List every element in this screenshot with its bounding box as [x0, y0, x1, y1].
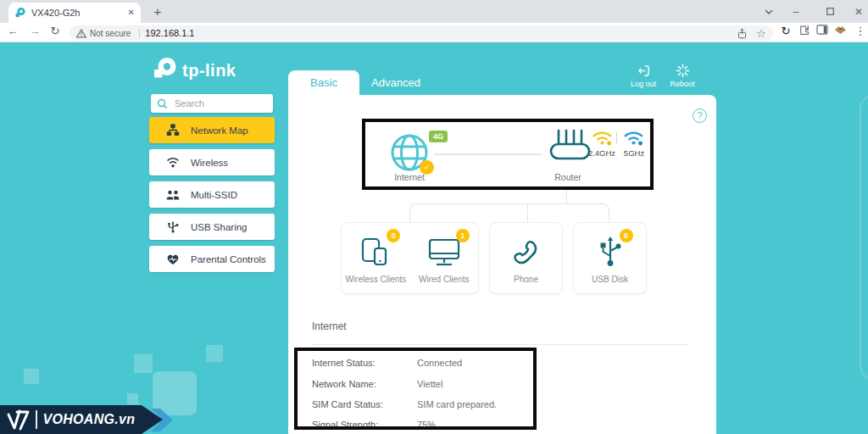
router-node-label: Router [534, 172, 602, 182]
window-close-button[interactable]: ✕ [849, 0, 868, 23]
wired-clients-count-badge: 1 [456, 229, 470, 242]
logout-icon [637, 64, 651, 78]
bookmark-star-icon[interactable]: ☆ [756, 28, 766, 39]
network-map-panel: ? 4G ✓ Internet Router [288, 95, 716, 434]
info-value: SIM card prepared. [417, 399, 497, 409]
sidebar-item-wireless[interactable]: Wireless [149, 149, 275, 175]
browser-tab-strip: VX420-G2h ✕ + – ✕ [0, 0, 868, 23]
search-icon [157, 98, 168, 109]
usb-icon [166, 220, 180, 233]
usb-disk-box[interactable]: 0 USB Disk [573, 222, 647, 294]
sidebar-item-label: Network Map [191, 125, 248, 136]
screen: VX420-G2h ✕ + – ✕ ← → ↻ Not secure 192.1… [0, 0, 868, 434]
sidebar-item-network-map[interactable]: Network Map [149, 117, 275, 143]
new-tab-button[interactable]: + [149, 3, 166, 20]
wifi-2g-icon [591, 129, 614, 147]
help-icon[interactable]: ? [693, 108, 707, 123]
wifi-icon [166, 156, 180, 169]
address-bar[interactable]: Not secure 192.168.1.1 ☆ [70, 25, 773, 41]
wired-clients-label: Wired Clients [419, 275, 469, 284]
network-map-icon [166, 124, 180, 136]
phone-drop-line [527, 204, 528, 222]
band-divider [616, 132, 617, 143]
extension-refresh-icon[interactable]: ↻ [778, 25, 793, 37]
wireless-clients-count-badge: 0 [387, 229, 400, 242]
tplink-logo-icon [151, 56, 180, 85]
info-row-signal-strength: Signal Strength: 75% [312, 420, 378, 430]
wired-clients-icon [427, 236, 461, 269]
tab-close-icon[interactable]: ✕ [128, 8, 135, 17]
tab-search-chevron-icon[interactable] [760, 0, 778, 23]
decor-square [127, 393, 138, 404]
multi-users-icon [166, 189, 180, 201]
reboot-icon [676, 64, 690, 78]
reboot-button[interactable]: Reboot [663, 64, 702, 94]
tplink-logo: tp-link [151, 56, 236, 85]
info-row-internet-status: Internet Status: Connected [312, 358, 376, 368]
reload-button[interactable]: ↻ [47, 25, 63, 37]
logout-button[interactable]: Log out [624, 64, 663, 94]
wireless-clients-label: Wireless Clients [345, 275, 406, 284]
window-maximize-button[interactable] [821, 0, 839, 23]
section-divider [312, 344, 688, 345]
internet-node-label: Internet [375, 172, 444, 182]
decor-outline [860, 95, 868, 380]
window-minimize-button[interactable]: – [787, 0, 805, 23]
band-5g-label: 5GHz [618, 148, 650, 158]
4g-badge: 4G [429, 131, 448, 142]
decor-square [134, 354, 153, 373]
sidebar-item-label: Multi-SSID [191, 190, 237, 200]
reboot-label: Reboot [670, 80, 694, 88]
decor-square [206, 345, 223, 362]
tab-advanced[interactable]: Advanced [359, 70, 432, 95]
wan-connection-line [434, 153, 542, 155]
band-2g-label: 2.4GHz [581, 148, 622, 158]
usb-disk-count-badge: 0 [620, 229, 633, 242]
internet-section-title: Internet [312, 320, 347, 332]
info-label: SIM Card Status: [312, 399, 383, 409]
sidebar-item-parental-controls[interactable]: Parental Controls [149, 246, 275, 272]
eagle-extension-icon[interactable] [832, 25, 848, 37]
sidebar-item-label: Wireless [191, 158, 228, 168]
usb-disk-label: USB Disk [592, 275, 628, 284]
logout-label: Log out [631, 80, 656, 88]
back-button[interactable]: ← [5, 25, 20, 37]
omnibox-divider [139, 29, 140, 38]
tplink-favicon [14, 7, 26, 19]
info-value: Connected [417, 358, 462, 368]
security-label: Not secure [90, 29, 131, 38]
sidebar-item-multi-ssid[interactable]: Multi-SSID [149, 181, 275, 208]
browser-tab[interactable]: VX420-G2h ✕ [8, 3, 141, 23]
info-label: Signal Strength: [312, 420, 378, 430]
forward-button[interactable]: → [27, 25, 42, 37]
url-text: 192.168.1.1 [145, 28, 194, 38]
tab-basic[interactable]: Basic [288, 70, 359, 95]
sidebar-item-usb-sharing[interactable]: USB Sharing [149, 214, 275, 240]
extensions-puzzle-icon[interactable] [797, 25, 812, 39]
tab-title: VX420-G2h [31, 8, 128, 18]
router-icon[interactable] [544, 125, 593, 170]
sidebar-search[interactable] [151, 94, 273, 113]
info-value: Viettel [417, 379, 442, 389]
info-label: Network Name: [312, 379, 376, 389]
watermark-banner: VOHOANG.vn [0, 405, 163, 434]
watermark-text: VOHOANG.vn [43, 412, 136, 427]
clients-box[interactable]: 0 Wireless Clients 1 Wired Clie [341, 222, 479, 294]
phone-box[interactable]: Phone [489, 222, 563, 294]
wired-clients-cell[interactable]: 1 Wired Clients [410, 233, 479, 284]
side-panel-icon[interactable] [815, 25, 830, 37]
phone-label: Phone [514, 275, 538, 284]
wireless-clients-cell[interactable]: 0 Wireless Clients [342, 233, 410, 284]
browser-menu-icon[interactable]: ⋮ [853, 25, 868, 37]
search-input[interactable] [173, 97, 258, 109]
decor-square [24, 369, 39, 384]
wifi-5g-icon [622, 129, 645, 147]
router-admin-page: tp-link Network Map Wireless Multi-SSID … [0, 42, 868, 434]
info-label: Internet Status: [312, 358, 376, 368]
info-value: 75% [417, 420, 436, 430]
client-bracket-line [409, 203, 609, 222]
share-icon[interactable] [737, 28, 748, 39]
vohoang-logo-icon [5, 408, 32, 431]
sidebar-item-label: USB Sharing [191, 222, 247, 232]
phone-icon [511, 238, 542, 269]
